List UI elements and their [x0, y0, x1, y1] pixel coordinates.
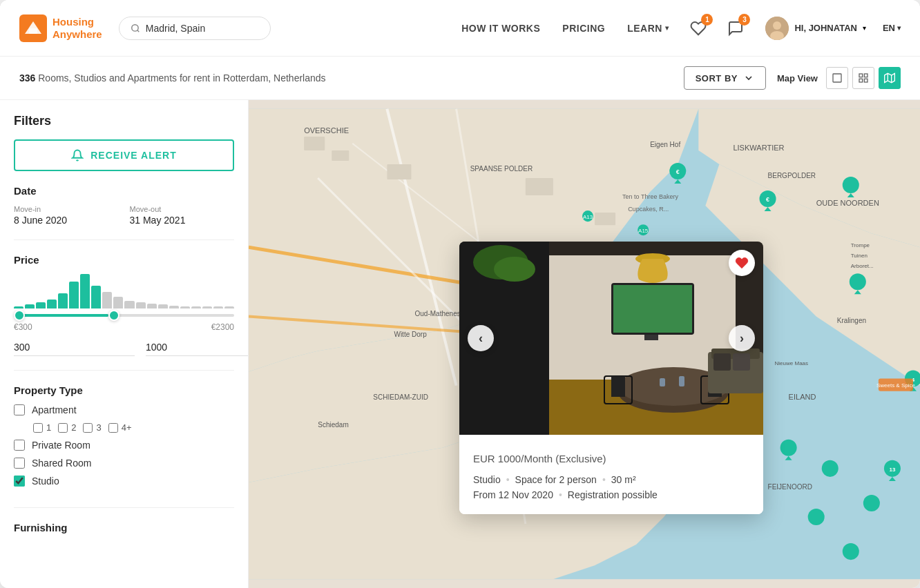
- svg-rect-118: [733, 353, 750, 371]
- svg-marker-12: [885, 73, 895, 82]
- svg-text:Nieuwe Maas: Nieuwe Maas: [775, 360, 808, 366]
- svg-point-64: [850, 273, 866, 290]
- svg-point-87: [822, 460, 838, 477]
- svg-text:Schiedam: Schiedam: [318, 421, 349, 429]
- svg-text:Sweets & Spice: Sweets & Spice: [876, 382, 916, 389]
- price-slider-max[interactable]: [108, 310, 119, 321]
- histogram-bar: [169, 306, 179, 308]
- svg-rect-10: [859, 79, 863, 82]
- histogram-bar: [224, 306, 234, 308]
- svg-text:BERGPOLDER: BERGPOLDER: [768, 172, 816, 179]
- nav-learn[interactable]: LEARN ▾: [627, 23, 669, 34]
- room-image: [459, 242, 763, 435]
- logo[interactable]: Housing Anywhere: [19, 14, 102, 42]
- move-in-field[interactable]: Move-in 8 June 2020: [14, 205, 119, 226]
- svg-text:EILAND: EILAND: [789, 393, 816, 401]
- subheader: 336 Rooms, Studios and Apartments for re…: [0, 57, 920, 100]
- nav-pricing[interactable]: PRICING: [562, 23, 605, 34]
- card-image: ‹ ›: [459, 242, 763, 435]
- svg-rect-102: [613, 285, 692, 333]
- svg-rect-27: [304, 137, 325, 150]
- messages-button[interactable]: 3: [722, 15, 749, 41]
- logo-icon: [19, 14, 47, 42]
- svg-text:Witte Dorp: Witte Dorp: [394, 331, 427, 338]
- histogram-bar: [147, 304, 157, 308]
- map-view-label: Map View: [777, 73, 818, 84]
- main-content: Filters RECEIVE ALERT Date Move-in 8 Jun…: [0, 100, 920, 588]
- histogram-bar: [191, 306, 201, 308]
- svg-text:Ten to Three Bakery: Ten to Three Bakery: [622, 193, 678, 200]
- svg-text:€: €: [766, 196, 769, 203]
- lang-chevron-icon: ▾: [897, 24, 901, 32]
- svg-text:SPAANSE POLDER: SPAANSE POLDER: [470, 165, 533, 173]
- favorites-badge: 1: [701, 14, 713, 26]
- apt-1-checkbox[interactable]: 1: [33, 422, 51, 433]
- price-slider-min[interactable]: [14, 310, 25, 321]
- svg-text:Arboret...: Arboret...: [851, 263, 874, 269]
- histogram-bar: [14, 306, 23, 308]
- price-min-input[interactable]: [14, 339, 135, 356]
- histogram-bar: [213, 306, 223, 308]
- svg-text:A15: A15: [638, 228, 649, 234]
- svg-text:Cupcakes, R...: Cupcakes, R...: [628, 206, 669, 213]
- search-icon: [131, 23, 140, 34]
- histogram-bar: [47, 300, 57, 308]
- receive-alert-button[interactable]: RECEIVE ALERT: [14, 139, 234, 171]
- histogram-bar: [80, 274, 90, 308]
- language-selector[interactable]: EN ▾: [883, 23, 901, 33]
- svg-point-85: [780, 440, 797, 456]
- svg-rect-110: [679, 376, 684, 386]
- nav-how-it-works[interactable]: HOW IT WORKS: [461, 23, 540, 34]
- svg-text:Trompe: Trompe: [851, 242, 870, 248]
- price-max-input[interactable]: [146, 339, 249, 356]
- bell-icon: [71, 149, 84, 161]
- map-view-button[interactable]: [879, 67, 901, 89]
- histogram-bar: [158, 304, 168, 308]
- grid-view-button[interactable]: [852, 67, 874, 89]
- search-bar[interactable]: [119, 17, 271, 40]
- card-price: EUR 1000/Month (Exclusive): [473, 446, 749, 467]
- header: Housing Anywhere HOW IT WORKS PRICING LE…: [0, 0, 920, 57]
- search-input[interactable]: [146, 23, 259, 34]
- card-body: EUR 1000/Month (Exclusive) Studio • Spac…: [459, 435, 763, 514]
- svg-point-88: [808, 509, 825, 525]
- move-out-field[interactable]: Move-out 31 May 2021: [130, 205, 235, 226]
- svg-rect-112: [611, 376, 625, 397]
- price-histogram: [14, 274, 234, 308]
- svg-rect-31: [595, 213, 615, 225]
- svg-rect-1: [29, 28, 37, 34]
- date-filter: Date Move-in 8 June 2020 Move-out 31 May…: [14, 185, 234, 240]
- card-next-button[interactable]: ›: [729, 325, 755, 351]
- price-inputs: [14, 339, 234, 356]
- private-room-checkbox[interactable]: Private Room: [14, 440, 234, 451]
- svg-text:€: €: [676, 168, 680, 175]
- svg-rect-117: [713, 353, 731, 371]
- map-area[interactable]: OVERSCHIE SPAANSE POLDER LISKWARTIER BER…: [249, 100, 920, 588]
- svg-line-3: [137, 30, 139, 32]
- sort-button[interactable]: SORT BY: [684, 66, 766, 90]
- user-menu[interactable]: HI, JOHNATAN ▾: [760, 14, 872, 43]
- studio-checkbox[interactable]: Studio: [14, 476, 234, 487]
- apartment-checkbox[interactable]: Apartment: [14, 404, 234, 415]
- histogram-bar: [36, 302, 46, 308]
- svg-text:A13: A13: [583, 214, 593, 220]
- svg-text:13: 13: [889, 467, 895, 473]
- shared-room-checkbox[interactable]: Shared Room: [14, 458, 234, 469]
- apt-4plus-checkbox[interactable]: 4+: [108, 422, 132, 433]
- apt-3-checkbox[interactable]: 3: [83, 422, 101, 433]
- logo-text: Housing Anywhere: [52, 16, 102, 41]
- list-view-button[interactable]: [826, 67, 848, 89]
- apt-2-checkbox[interactable]: 2: [58, 422, 76, 433]
- svg-point-62: [843, 177, 859, 193]
- favorites-button[interactable]: 1: [685, 15, 711, 41]
- price-slider[interactable]: [14, 314, 234, 317]
- histogram-bar: [25, 304, 35, 308]
- svg-rect-29: [387, 164, 411, 179]
- svg-rect-30: [526, 178, 553, 195]
- svg-rect-11: [864, 79, 868, 82]
- histogram-bar: [102, 292, 112, 308]
- apartment-sub-checkboxes: 1 2 3 4+: [33, 422, 234, 433]
- favorite-button[interactable]: [729, 250, 755, 276]
- property-type-filter: Property Type Apartment 1 2 3 4+ Private…: [14, 384, 234, 508]
- card-prev-button[interactable]: ‹: [468, 325, 494, 351]
